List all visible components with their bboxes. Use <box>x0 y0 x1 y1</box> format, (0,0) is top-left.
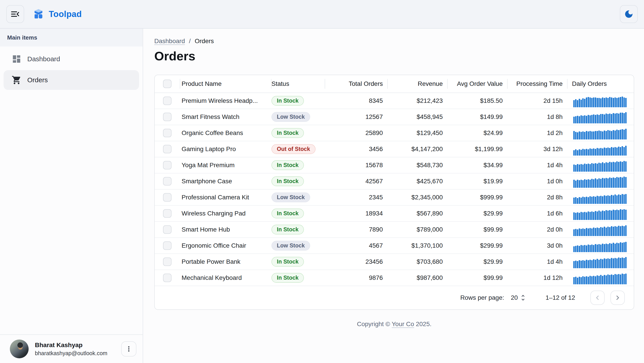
top-app-bar: Toolpad <box>0 0 644 29</box>
cell-daily-orders <box>567 254 634 270</box>
user-name: Bharat Kashyap <box>35 342 107 349</box>
table-row[interactable]: Smart Home Hub In Stock 7890 $789,000 $9… <box>155 222 634 238</box>
your-co-link[interactable]: Your Co <box>392 321 414 328</box>
select-all-checkbox[interactable] <box>163 80 172 88</box>
sidebar: Main items Dashboard Orders <box>0 29 143 363</box>
collapse-sidebar-button[interactable] <box>6 5 24 23</box>
row-checkbox-cell <box>155 161 180 169</box>
cell-revenue: $4,147,200 <box>387 145 447 153</box>
previous-page-button[interactable] <box>590 291 605 305</box>
table-row[interactable]: Gaming Laptop Pro Out of Stock 3456 $4,1… <box>155 141 634 157</box>
rows-per-page-value: 20 <box>511 294 518 301</box>
cell-product-name: Premium Wireless Headp... <box>180 97 271 104</box>
cell-total-orders: 7890 <box>325 226 387 233</box>
sidebar-item-dashboard[interactable]: Dashboard <box>4 49 139 69</box>
header-daily-orders[interactable]: Daily Orders <box>567 75 634 92</box>
page-title: Orders <box>154 49 634 63</box>
cell-product-name: Organic Coffee Beans <box>180 129 271 137</box>
cell-product-name: Gaming Laptop Pro <box>180 145 271 153</box>
status-badge: In Stock <box>272 96 304 106</box>
cell-total-orders: 8345 <box>325 97 387 104</box>
table-row[interactable]: Organic Coffee Beans In Stock 25890 $129… <box>155 125 634 141</box>
cell-avg-order-value: $185.50 <box>447 97 507 104</box>
row-checkbox[interactable] <box>163 145 172 153</box>
table-row[interactable]: Professional Camera Kit Low Stock 2345 $… <box>155 190 634 206</box>
cell-revenue: $1,370,100 <box>387 242 447 249</box>
user-email: bharatkashyap@outlook.com <box>35 350 107 357</box>
cell-processing-time: 2d 0h <box>507 226 567 233</box>
table-row[interactable]: Ergonomic Office Chair Low Stock 4567 $1… <box>155 238 634 254</box>
cell-total-orders: 42567 <box>325 178 387 185</box>
row-checkbox[interactable] <box>163 177 172 186</box>
table-row[interactable]: Smart Fitness Watch Low Stock 12567 $458… <box>155 109 634 125</box>
cell-total-orders: 4567 <box>325 242 387 249</box>
rows-per-page-select[interactable]: 20 <box>511 294 527 302</box>
breadcrumb-dashboard-link[interactable]: Dashboard <box>154 37 185 45</box>
row-checkbox[interactable] <box>163 225 172 234</box>
row-checkbox[interactable] <box>163 241 172 250</box>
breadcrumb-current: Orders <box>195 37 214 45</box>
table-row[interactable]: Smartphone Case In Stock 42567 $425,670 … <box>155 173 634 190</box>
table-row[interactable]: Premium Wireless Headp... In Stock 8345 … <box>155 93 634 109</box>
cell-avg-order-value: $99.99 <box>447 226 507 233</box>
cell-total-orders: 3456 <box>325 145 387 153</box>
cell-revenue: $987,600 <box>387 274 447 281</box>
cell-avg-order-value: $1,199.99 <box>447 145 507 153</box>
status-badge: In Stock <box>272 160 304 170</box>
row-checkbox[interactable] <box>163 274 172 282</box>
brand-home-link[interactable]: Toolpad <box>33 8 82 20</box>
cell-revenue: $458,945 <box>387 113 447 120</box>
theme-toggle-button[interactable] <box>620 5 638 23</box>
row-checkbox[interactable] <box>163 97 172 105</box>
cell-total-orders: 18934 <box>325 210 387 217</box>
daily-orders-sparkline <box>573 175 626 188</box>
header-total-orders[interactable]: Total Orders <box>325 75 387 92</box>
daily-orders-sparkline <box>573 272 626 284</box>
row-checkbox[interactable] <box>163 193 172 202</box>
header-processing-time[interactable]: Processing Time <box>507 75 567 92</box>
next-page-button[interactable] <box>610 291 625 305</box>
cell-status: In Stock <box>271 225 325 235</box>
dashboard-icon <box>12 54 22 64</box>
row-checkbox[interactable] <box>163 258 172 266</box>
cell-avg-order-value: $99.99 <box>447 274 507 281</box>
row-checkbox-cell <box>155 241 180 250</box>
table-row[interactable]: Portable Power Bank In Stock 23456 $703,… <box>155 254 634 270</box>
select-all-cell <box>155 75 180 92</box>
cell-daily-orders <box>567 206 634 221</box>
user-avatar <box>10 340 28 358</box>
cell-product-name: Professional Camera Kit <box>180 194 271 201</box>
cell-revenue: $548,730 <box>387 162 447 169</box>
header-revenue[interactable]: Revenue <box>387 75 447 92</box>
sidebar-item-label: Dashboard <box>27 55 60 63</box>
cell-revenue: $703,680 <box>387 258 447 265</box>
menu-open-icon <box>10 9 20 19</box>
cell-processing-time: 1d 12h <box>507 274 567 281</box>
status-badge: In Stock <box>272 176 304 186</box>
cell-daily-orders <box>567 222 634 237</box>
row-checkbox[interactable] <box>163 113 172 121</box>
table-row[interactable]: Wireless Charging Pad In Stock 18934 $56… <box>155 206 634 222</box>
sidebar-item-orders[interactable]: Orders <box>4 70 139 90</box>
row-checkbox[interactable] <box>163 129 172 137</box>
row-checkbox-cell <box>155 113 180 121</box>
header-product-name[interactable]: Product Name <box>180 75 271 92</box>
user-menu-button[interactable] <box>121 341 136 357</box>
daily-orders-sparkline <box>573 256 626 268</box>
cell-avg-order-value: $19.99 <box>447 178 507 185</box>
cell-product-name: Ergonomic Office Chair <box>180 242 271 249</box>
header-status[interactable]: Status <box>271 75 325 92</box>
table-row[interactable]: Yoga Mat Premium In Stock 15678 $548,730… <box>155 157 634 173</box>
cell-product-name: Smart Home Hub <box>180 226 271 233</box>
cell-product-name: Smartphone Case <box>180 178 271 185</box>
cell-status: In Stock <box>271 128 325 138</box>
cell-revenue: $129,450 <box>387 129 447 137</box>
row-checkbox[interactable] <box>163 161 172 169</box>
breadcrumb: Dashboard / Orders <box>154 37 634 45</box>
table-row[interactable]: Mechanical Keyboard In Stock 9876 $987,6… <box>155 270 634 286</box>
row-checkbox[interactable] <box>163 209 172 218</box>
sidebar-user-area: Bharat Kashyap bharatkashyap@outlook.com <box>0 334 143 363</box>
cell-processing-time: 3d 0h <box>507 242 567 249</box>
header-avg-order-value[interactable]: Avg Order Value <box>447 75 507 92</box>
cell-product-name: Wireless Charging Pad <box>180 210 271 217</box>
